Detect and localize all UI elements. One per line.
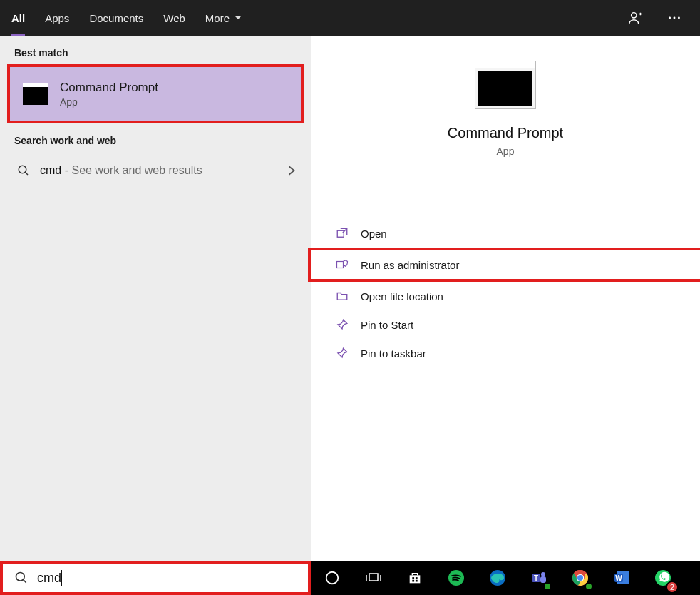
action-open[interactable]: Open — [311, 219, 700, 248]
tab-apps[interactable]: Apps — [45, 0, 69, 36]
action-pin-to-taskbar[interactable]: Pin to taskbar — [311, 339, 700, 367]
taskbar-word-icon[interactable]: W — [604, 564, 639, 592]
svg-rect-6 — [337, 262, 344, 268]
open-icon — [335, 226, 349, 240]
search-web-row[interactable]: cmd - See work and web results — [0, 152, 311, 189]
pin-taskbar-icon — [335, 346, 349, 360]
svg-point-7 — [16, 573, 25, 581]
search-value: cmd — [37, 571, 61, 586]
actions-list: Open Run as administrator — [311, 203, 700, 383]
app-name: Command Prompt — [448, 125, 563, 141]
search-icon — [17, 164, 30, 177]
tabs-bar: All Apps Documents Web More — [0, 0, 700, 36]
search-web-suffix: - See work and web results — [61, 164, 202, 176]
account-icon[interactable] — [626, 8, 646, 28]
action-pin-taskbar-label: Pin to taskbar — [361, 347, 426, 360]
svg-rect-11 — [416, 577, 418, 579]
taskbar-chrome-icon[interactable] — [563, 564, 597, 592]
search-web-label: Search work and web — [0, 123, 311, 152]
action-open-label: Open — [361, 228, 387, 240]
action-pin-to-start[interactable]: Pin to Start — [311, 310, 700, 339]
svg-rect-12 — [412, 580, 414, 582]
action-run-admin-label: Run as administrator — [361, 259, 459, 271]
tab-web[interactable]: Web — [163, 0, 185, 36]
pin-icon — [335, 317, 349, 332]
taskbar-teams-icon[interactable]: T — [522, 564, 556, 592]
notification-badge: 2 — [666, 581, 679, 594]
best-match-text: Command Prompt App — [60, 81, 158, 108]
chevron-down-icon — [234, 14, 242, 22]
search-web-text: cmd - See work and web results — [40, 164, 202, 177]
app-thumb-icon — [475, 61, 536, 109]
svg-point-2 — [674, 17, 676, 19]
svg-point-0 — [632, 13, 637, 18]
svg-point-18 — [541, 572, 545, 576]
left-pane: Best match Command Prompt App Search wor… — [0, 36, 311, 561]
cmd-thumb-icon — [23, 83, 48, 105]
taskbar-store-icon[interactable] — [398, 564, 432, 592]
search-web-query: cmd — [40, 164, 61, 176]
chevron-right-icon — [287, 166, 297, 176]
svg-text:T: T — [534, 574, 538, 582]
admin-shield-icon — [335, 258, 349, 272]
action-open-file-location[interactable]: Open file location — [311, 282, 700, 310]
folder-icon — [335, 289, 349, 303]
best-match-title: Command Prompt — [60, 81, 158, 95]
svg-point-3 — [678, 17, 680, 19]
presence-badge-icon — [543, 582, 552, 591]
svg-point-1 — [669, 17, 671, 19]
tab-all[interactable]: All — [11, 0, 25, 36]
action-pin-start-label: Pin to Start — [361, 319, 413, 331]
taskbar-spotify-icon[interactable] — [439, 564, 473, 592]
best-match-subtitle: App — [60, 96, 158, 108]
action-open-location-label: Open file location — [361, 290, 443, 302]
taskbar: T W — [311, 561, 700, 595]
app-kind: App — [497, 146, 515, 157]
more-options-icon[interactable] — [664, 8, 684, 28]
taskbar-edge-icon[interactable] — [480, 564, 515, 592]
svg-point-22 — [577, 575, 583, 581]
action-run-as-administrator[interactable]: Run as administrator — [308, 248, 700, 282]
tab-more-label: More — [205, 12, 230, 24]
best-match-result[interactable]: Command Prompt App — [7, 64, 304, 123]
svg-rect-5 — [337, 230, 344, 237]
search-input[interactable]: cmd — [37, 570, 62, 586]
search-box[interactable]: cmd — [0, 561, 311, 595]
search-window: All Apps Documents Web More — [0, 0, 700, 595]
tab-documents[interactable]: Documents — [89, 0, 143, 36]
tabs-list: All Apps Documents Web More — [11, 0, 626, 36]
svg-text:W: W — [615, 574, 622, 582]
main-area: Best match Command Prompt App Search wor… — [0, 36, 700, 561]
best-match-label: Best match — [0, 36, 311, 64]
text-caret — [61, 570, 62, 586]
app-preview: Command Prompt App — [311, 36, 700, 203]
right-pane: Command Prompt App Open — [311, 36, 700, 561]
svg-rect-13 — [416, 580, 418, 582]
tab-more[interactable]: More — [205, 0, 242, 36]
search-icon — [14, 571, 29, 585]
header-actions — [626, 8, 684, 28]
bottom-bar: cmd — [0, 561, 700, 595]
svg-rect-10 — [412, 577, 414, 579]
taskbar-task-view-icon[interactable] — [356, 564, 391, 592]
taskbar-cortana-icon[interactable] — [315, 564, 349, 592]
taskbar-whatsapp-icon[interactable]: 2 — [646, 564, 680, 592]
svg-point-8 — [326, 572, 339, 584]
svg-rect-9 — [369, 574, 378, 581]
svg-point-4 — [19, 166, 26, 173]
presence-badge-icon — [585, 582, 593, 591]
